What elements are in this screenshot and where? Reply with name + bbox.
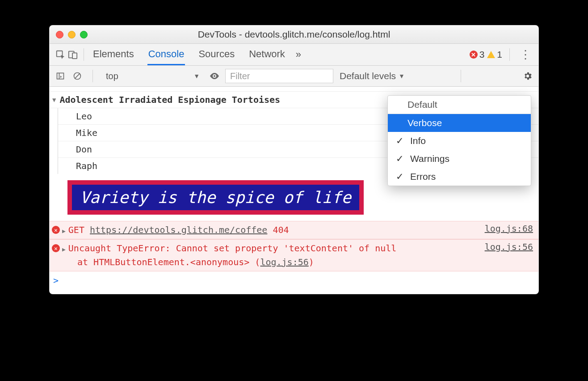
- request-url[interactable]: https://devtools.glitch.me/coffee: [90, 224, 267, 235]
- console-toolbar: top ▼ Default levels ▼: [50, 66, 538, 87]
- error-icon: ✕: [52, 244, 60, 252]
- levels-option-info[interactable]: ✓ Info: [388, 132, 531, 150]
- execution-context-select[interactable]: top ▼: [102, 68, 204, 84]
- uncaught-message: Uncaught TypeError: Cannot set property …: [68, 243, 397, 254]
- customize-devtools-menu[interactable]: ⋮: [517, 52, 534, 57]
- clear-console-icon[interactable]: [71, 70, 84, 82]
- warnings-count-badge[interactable]: 1: [487, 49, 502, 60]
- separator: [509, 48, 510, 61]
- error-icon: ✕: [52, 226, 60, 234]
- separator: [461, 70, 461, 82]
- levels-option-warnings[interactable]: ✓ Warnings: [388, 150, 531, 168]
- spacer: [50, 87, 538, 92]
- request-method: GET: [68, 224, 84, 235]
- group-collapse-caret[interactable]: ▼: [52, 96, 56, 103]
- inspect-element-icon[interactable]: [54, 48, 67, 61]
- levels-option-default[interactable]: Default: [388, 96, 531, 114]
- log-levels-select[interactable]: Default levels ▼: [340, 71, 405, 81]
- filter-input[interactable]: [225, 69, 333, 83]
- levels-default-label: Default: [407, 99, 437, 110]
- source-link[interactable]: log.js:56: [485, 241, 538, 269]
- console-settings-icon[interactable]: [521, 70, 534, 82]
- errors-count-badge[interactable]: ✕ 3: [470, 49, 485, 60]
- levels-option-errors[interactable]: ✓ Errors: [388, 168, 531, 186]
- close-window-button[interactable]: [56, 31, 63, 38]
- network-error-row: ✕ ▶GET https://devtools.glitch.me/coffee…: [50, 221, 538, 239]
- levels-option-verbose[interactable]: Verbose: [388, 114, 531, 132]
- levels-option-label: Verbose: [407, 118, 442, 128]
- warning-icon: [487, 51, 495, 58]
- check-icon: ✓: [396, 153, 404, 164]
- error-icon: ✕: [470, 51, 478, 59]
- console-prompt-row[interactable]: >: [50, 271, 538, 294]
- traffic-lights: [50, 31, 88, 38]
- svg-line-5: [75, 73, 80, 79]
- device-toolbar-icon[interactable]: [67, 48, 79, 61]
- tab-elements[interactable]: Elements: [92, 44, 135, 65]
- expand-caret[interactable]: ▶: [62, 228, 66, 234]
- devtools-window: DevTools - devtools.glitch.me/console/lo…: [49, 25, 539, 294]
- log-levels-label: Default levels: [340, 71, 396, 81]
- tab-sources[interactable]: Sources: [197, 44, 235, 65]
- live-expression-icon[interactable]: [208, 70, 221, 82]
- separator: [92, 70, 93, 82]
- titlebar: DevTools - devtools.glitch.me/console/lo…: [50, 25, 538, 44]
- check-icon: ✓: [396, 135, 404, 146]
- execution-context-value: top: [106, 71, 118, 81]
- window-title: DevTools - devtools.glitch.me/console/lo…: [50, 29, 538, 40]
- errors-count: 3: [479, 49, 485, 60]
- tabs-bar: Elements Console Sources Network » ✕ 3 1…: [50, 44, 538, 66]
- chevron-down-icon: ▼: [399, 72, 405, 80]
- chevron-down-icon: ▼: [193, 72, 200, 80]
- uncaught-error-row: ✕ ▶Uncaught TypeError: Cannot set proper…: [50, 239, 538, 271]
- expand-caret[interactable]: ▶: [62, 246, 66, 253]
- separator: [84, 48, 84, 61]
- log-levels-popup: Default Verbose ✓ Info ✓ Warnings ✓ Erro…: [387, 95, 531, 186]
- levels-option-label: Warnings: [410, 153, 449, 164]
- levels-option-label: Info: [410, 135, 426, 146]
- show-console-sidebar-icon[interactable]: [54, 70, 67, 82]
- stack-suffix: ): [309, 257, 314, 267]
- console-prompt-caret: >: [53, 275, 59, 286]
- group-title: Adolescent Irradiated Espionage Tortoise…: [59, 94, 280, 105]
- levels-option-label: Errors: [410, 171, 436, 182]
- panel-tabs: Elements Console Sources Network: [92, 44, 286, 65]
- zoom-window-button[interactable]: [80, 31, 88, 38]
- check-icon: ✓: [396, 171, 404, 182]
- tab-network[interactable]: Network: [248, 44, 286, 65]
- status-code: 404: [273, 224, 289, 235]
- tab-console[interactable]: Console: [147, 44, 185, 65]
- more-tabs-button[interactable]: »: [296, 49, 301, 60]
- minimize-window-button[interactable]: [68, 31, 76, 38]
- styled-log-message: Variety is the spice of life: [67, 180, 364, 215]
- svg-point-6: [214, 75, 215, 77]
- warnings-count: 1: [497, 49, 502, 60]
- svg-rect-2: [72, 53, 77, 59]
- source-link[interactable]: log.js:68: [485, 223, 538, 237]
- stack-prefix: at HTMLButtonElement.<anonymous> (: [77, 257, 260, 267]
- stack-source-link[interactable]: log.js:56: [260, 257, 308, 267]
